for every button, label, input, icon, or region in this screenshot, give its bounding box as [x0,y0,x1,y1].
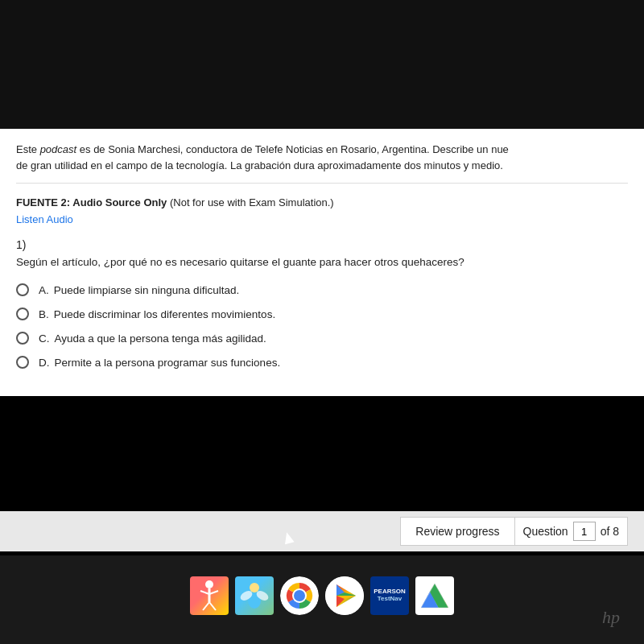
source-line: FUENTE 2: Audio Source Only (Not for use… [16,196,628,208]
answer-option-d[interactable]: D. Permite a la persona programar sus fu… [16,356,628,369]
main-content-area: Este podcast es de Sonia Marchesi, condu… [0,129,644,396]
svg-point-6 [250,583,259,592]
bottom-action-bar: Review progress Question of 8 [0,511,644,551]
option-text-a: Puede limpiarse sin ninguna dificultad. [54,284,239,296]
option-letter-c: C. [39,332,50,345]
of-label: of 8 [601,525,619,538]
svg-line-3 [209,591,218,594]
svg-point-0 [205,580,213,588]
source-label: FUENTE 2: Audio Source Only [16,196,167,208]
chrome-icon[interactable] [280,576,319,615]
option-text-c: Ayuda a que la persona tenga más agilida… [55,332,266,345]
dance-icon[interactable] [190,576,229,615]
option-letter-b: B. [39,308,49,320]
svg-line-5 [209,602,216,610]
source-note: (Not for use with Exam Simulation.) [167,196,333,208]
answer-options-list: A. Puede limpiarse sin ninguna dificulta… [16,283,628,369]
question-number: 1) [16,238,628,251]
svg-line-2 [200,591,209,594]
answer-option-b[interactable]: B. Puede discriminar los diferentes movi… [16,308,628,320]
answer-option-c[interactable]: C. Ayuda a que la persona tenga más agil… [16,332,628,345]
option-letter-d: D. [39,357,50,369]
radio-c[interactable] [16,332,29,345]
taskbar: PEARSON TestNav [0,555,644,644]
fairy-icon[interactable] [235,576,274,615]
top-black-area [0,0,644,129]
intro-text-line1: Este podcast es de Sonia Marchesi, condu… [16,143,509,155]
option-text-b: Puede discriminar los diferentes movimie… [54,308,275,320]
question-nav: Question of 8 [515,517,628,546]
question-label: Question [523,525,568,538]
intro-text-line2: de gran utilidad en el campo de la tecno… [16,159,503,171]
question-text: Según el artículo, ¿por qué no es necesa… [16,254,628,270]
option-text-d: Permite a la persona programar sus funci… [55,357,281,369]
listen-audio-link[interactable]: Listen Audio [16,213,73,225]
answer-option-a[interactable]: A. Puede limpiarse sin ninguna dificulta… [16,283,628,296]
option-letter-a: A. [39,284,49,296]
review-progress-button[interactable]: Review progress [400,517,514,546]
radio-d[interactable] [16,356,29,369]
play-store-icon[interactable] [325,576,364,615]
pearson-testnav-icon[interactable]: PEARSON TestNav [370,576,409,615]
question-number-input[interactable] [573,522,596,541]
svg-line-4 [203,602,209,610]
svg-point-13 [294,590,305,601]
intro-paragraph: Este podcast es de Sonia Marchesi, condu… [16,142,628,184]
google-drive-icon[interactable] [415,576,454,615]
hp-logo: hp [602,607,620,628]
radio-a[interactable] [16,283,29,296]
radio-b[interactable] [16,308,29,320]
